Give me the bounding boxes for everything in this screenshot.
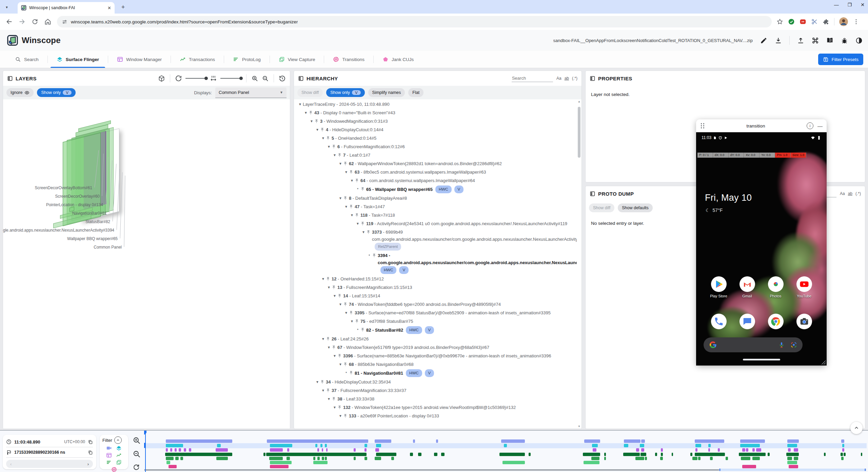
trace-segment-screen-recording[interactable]: [641, 439, 645, 443]
pin-icon[interactable]: [355, 213, 359, 217]
trace-segment-protolog[interactable]: [794, 457, 798, 460]
trace-segment-window-manager[interactable]: [375, 448, 379, 452]
tree-row[interactable]: ▼6 - FullscreenMagnification:0:12#6: [294, 142, 577, 151]
trace-segment-window-manager[interactable]: [189, 448, 191, 452]
trace-segment-view-capture[interactable]: [787, 461, 797, 464]
3d-view-icon[interactable]: [158, 75, 165, 82]
trace-segment-transactions[interactable]: [695, 453, 725, 456]
resize-handle-icon[interactable]: [822, 360, 826, 365]
tree-row[interactable]: ▼67 - WindowToken{e5176f9 type=2019 andr…: [294, 343, 577, 352]
tree-row[interactable]: ▼64 - com.android.systemui.wallpapers.Im…: [294, 176, 577, 185]
filter-trace-window-icon[interactable]: [106, 452, 112, 458]
tree-row[interactable]: ▼5 - OneHanded:0:14#5: [294, 134, 577, 142]
pin-icon[interactable]: [360, 187, 365, 191]
overlay-titlebar[interactable]: transition i —: [696, 119, 827, 132]
trace-segment-window-manager[interactable]: [742, 448, 745, 452]
expand-arrow-icon[interactable]: ▼: [320, 275, 326, 282]
tree-row[interactable]: ▼7 - Leaf:0:1#7: [294, 151, 577, 159]
browser-menu-kebab-icon[interactable]: [853, 18, 860, 25]
tree-row[interactable]: ▼13 - FullscreenMagnification:15:15#13: [294, 283, 577, 292]
collapse-panel-icon[interactable]: [7, 76, 13, 81]
report-bug-icon[interactable]: [841, 37, 848, 44]
tree-row[interactable]: ▼34 - HideDisplayCutout:32:35#34: [294, 378, 577, 386]
tree-row[interactable]: ▼43 - Display 0 name="Built-in Screen"#4…: [294, 109, 577, 117]
trace-segment-protolog[interactable]: [317, 457, 319, 460]
simplify-names-chip[interactable]: Simplify names: [368, 88, 405, 97]
pin-icon[interactable]: [360, 328, 365, 332]
trace-segment-view-capture[interactable]: [270, 461, 292, 464]
tree-row[interactable]: ▼38 - Leaf:33:33#38: [294, 395, 577, 403]
tab-protolog[interactable]: ProtoLog: [224, 51, 270, 68]
trace-segment-protolog[interactable]: [166, 457, 174, 460]
trace-segment-surface-flinger[interactable]: [695, 444, 701, 447]
trace-segment-screen-recording[interactable]: [624, 439, 640, 443]
tree-row[interactable]: ▼3395 - Surface(name=ed70f88 StatusBar)/…: [294, 309, 577, 317]
timeline-tracks[interactable]: [144, 431, 867, 472]
trace-segment-surface-flinger[interactable]: [842, 444, 844, 447]
tab-jank-cujs[interactable]: Jank CUJs: [374, 51, 422, 68]
tree-row[interactable]: ▼62 - WallpaperWindowToken{28892d1 token…: [294, 159, 577, 168]
trace-segment-protolog[interactable]: [287, 457, 290, 460]
expand-arrow-icon[interactable]: ▼: [326, 395, 332, 402]
trace-segment-screen-recording[interactable]: [501, 439, 525, 443]
tree-row[interactable]: ▼12 - OneHanded:15:15#12: [294, 275, 577, 283]
trace-segment-transactions[interactable]: [672, 453, 673, 456]
trace-segment-protolog[interactable]: [726, 457, 728, 460]
back-icon[interactable]: [5, 18, 13, 25]
theme-toggle-icon[interactable]: [855, 37, 863, 44]
pin-icon[interactable]: [337, 405, 342, 410]
trace-segment-surface-flinger[interactable]: [740, 444, 760, 447]
trace-segment-transactions[interactable]: [739, 453, 766, 456]
expand-arrow-icon[interactable]: ▼: [326, 284, 332, 291]
trace-segment-protolog[interactable]: [175, 457, 179, 460]
trace-segment-transactions[interactable]: [263, 453, 265, 456]
layers-3d-canvas[interactable]: ScreenDecorOverlayBottom#61ScreenDecorOv…: [3, 99, 290, 429]
tree-row[interactable]: ▼47 - Task=1#47: [294, 202, 577, 211]
info-icon[interactable]: i: [807, 122, 813, 129]
trace-segment-transactions[interactable]: [661, 453, 663, 456]
filter-trace-lines-icon[interactable]: [106, 459, 112, 465]
tree-row[interactable]: ▼26 - Leaf:24:25#26: [294, 335, 577, 343]
displays-select[interactable]: Common Panel ▼: [215, 87, 287, 98]
forward-icon[interactable]: [18, 18, 26, 25]
pin-icon[interactable]: [360, 221, 365, 226]
trace-segment-window-manager[interactable]: [752, 448, 754, 452]
trace-segment-protolog[interactable]: [325, 457, 327, 460]
expand-arrow-icon[interactable]: ▼: [332, 292, 337, 299]
trace-segment-protolog[interactable]: [216, 457, 228, 460]
tab-view-capture[interactable]: View Capture: [270, 51, 324, 68]
extension-check-icon[interactable]: [788, 18, 795, 25]
dock-chrome[interactable]: [766, 314, 786, 329]
trace-segment-window-manager[interactable]: [216, 448, 228, 452]
expand-arrow-icon[interactable]: ▼: [315, 378, 320, 386]
expand-arrow-icon[interactable]: ▼: [343, 203, 349, 210]
filter-trace-copyrects-icon[interactable]: [116, 459, 122, 465]
trace-segment-protolog[interactable]: [313, 457, 315, 460]
pin-icon[interactable]: [349, 170, 353, 174]
collapse-filter-icon[interactable]: [114, 436, 122, 444]
expand-arrow-icon[interactable]: ▼: [326, 143, 332, 150]
extension-red-icon[interactable]: [800, 18, 806, 25]
scrollbar-thumb[interactable]: [578, 107, 580, 158]
copy-time-icon[interactable]: [88, 439, 93, 445]
trace-segment-transactions[interactable]: [640, 453, 646, 456]
current-time[interactable]: 11:03:48.890: [14, 439, 40, 445]
match-word-icon[interactable]: ab: [565, 76, 569, 81]
trace-segment-transactions[interactable]: [655, 453, 657, 456]
tree-row[interactable]: ▼75 - ed70f88 StatusBar#75: [294, 317, 577, 326]
pin-icon[interactable]: [366, 230, 371, 234]
trace-segment-transactions[interactable]: [434, 453, 438, 456]
trace-segment-protolog[interactable]: [787, 457, 792, 460]
site-settings-icon[interactable]: [62, 19, 67, 25]
address-bar[interactable]: winscope.teams.x20web.corp.google.com/pr…: [57, 16, 772, 27]
pin-icon[interactable]: [314, 119, 319, 123]
expand-arrow-icon[interactable]: ▼: [320, 335, 326, 342]
pin-icon[interactable]: [337, 153, 342, 157]
tree-row[interactable]: ▼4 - HideDisplayCutout:0:14#4: [294, 125, 577, 134]
trace-segment-surface-flinger[interactable]: [315, 444, 317, 447]
trace-segment-protolog[interactable]: [322, 457, 324, 460]
timeline-zoom-out-icon[interactable]: [132, 450, 141, 458]
collapse-panel-icon[interactable]: [590, 76, 595, 81]
trace-segment-surface-flinger[interactable]: [376, 444, 381, 447]
trace-segment-screen-recording[interactable]: [375, 439, 391, 443]
